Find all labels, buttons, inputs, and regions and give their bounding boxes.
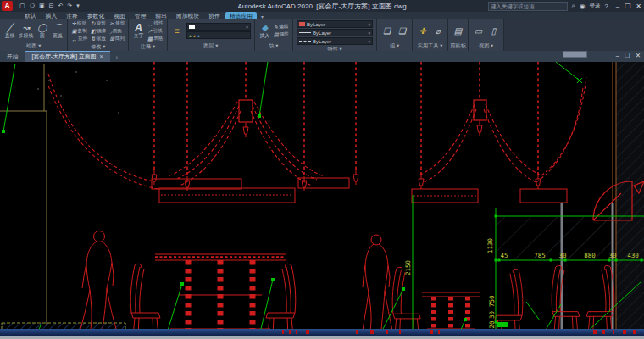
color-dropdown[interactable]: ByLayer ▾ xyxy=(297,20,373,28)
trim-tool[interactable]: ✂修剪 xyxy=(109,20,125,27)
select-tool[interactable]: ⌀ xyxy=(431,26,444,36)
copy-tool[interactable]: ▣复制 xyxy=(71,28,87,35)
search-icon[interactable]: ⌕ xyxy=(572,2,575,10)
tab-parametric[interactable]: 参数化 xyxy=(83,12,108,19)
lineweight-dropdown[interactable]: ByLayer ▾ xyxy=(297,29,373,36)
qat-more-icon[interactable]: ▾ xyxy=(76,0,80,12)
stretch-tool[interactable]: ↔拉伸 xyxy=(71,36,87,42)
doc-minimize-button[interactable]: – xyxy=(616,52,619,59)
cad-drawing: 45 785 30 880 30 430 1130 2150 750 30 42… xyxy=(0,62,644,339)
tab-output[interactable]: 输出 xyxy=(151,12,171,19)
line-tool[interactable]: ╱ 直线 xyxy=(3,23,16,40)
paste-tool[interactable]: ▤ xyxy=(452,26,464,36)
svg-text:2150: 2150 xyxy=(404,259,412,275)
rotate-tool[interactable]: ↻旋转 xyxy=(91,20,106,27)
undo-icon[interactable]: ↶ xyxy=(58,0,63,12)
tab-annotate[interactable]: 注释 xyxy=(62,12,82,19)
tab-manage[interactable]: 管理 xyxy=(130,12,151,19)
group-tool[interactable]: ❏ xyxy=(380,26,393,36)
tab-insert[interactable]: 插入 xyxy=(42,12,62,19)
ribbon-display-toggle-icon[interactable]: ▾ xyxy=(258,14,267,19)
chevron-down-icon: ▾ xyxy=(246,25,248,30)
panel-label-groups[interactable]: 组 ▾ xyxy=(377,42,412,51)
layer-color-swatch xyxy=(189,25,195,29)
panel-label-draw[interactable]: 绘图 ▾ xyxy=(0,42,67,51)
layer-state-row[interactable]: ● ● ● xyxy=(186,31,251,39)
doc-close-button[interactable]: ✕ xyxy=(636,52,641,59)
linetype-dropdown[interactable]: ByLayer ▾ xyxy=(297,37,373,45)
new-icon[interactable]: ▢ xyxy=(19,0,25,12)
doc-restore-button[interactable]: ❐ xyxy=(625,52,630,59)
tab-collaborate[interactable]: 协作 xyxy=(204,12,225,19)
docked-palette-titlebar[interactable] xyxy=(563,51,587,58)
panel-label-block[interactable]: 块 ▾ xyxy=(255,42,292,51)
minimize-button[interactable]: – xyxy=(616,3,619,10)
open-icon[interactable]: ❍ xyxy=(30,0,35,12)
plot-icon[interactable]: ⊟ xyxy=(49,0,54,12)
block-attr-tool[interactable]: ▤属性 xyxy=(274,31,289,38)
table-tool[interactable]: ▦表格 xyxy=(147,36,164,42)
dim-linear-icon: ↔ xyxy=(147,21,153,27)
polyline-tool[interactable]: ↝ 多段线 xyxy=(19,23,33,40)
block-icon: ◆ xyxy=(261,23,268,32)
new-drawing-tab-button[interactable]: + xyxy=(110,54,125,62)
mirror-icon: ◧ xyxy=(91,28,96,35)
named-views-icon: ▯ xyxy=(491,26,497,36)
app-logo[interactable]: A xyxy=(2,1,13,11)
ungroup-tool[interactable]: ❏ xyxy=(396,26,408,36)
svg-text:785: 785 xyxy=(534,252,546,259)
panel-label-utilities[interactable]: 实用工具 ▾ xyxy=(413,42,447,51)
fillet-tool[interactable]: ◞圆角 xyxy=(109,28,125,35)
start-tab[interactable]: 开始 xyxy=(0,52,25,62)
search-input[interactable] xyxy=(488,2,568,11)
measure-tool[interactable]: ✜ xyxy=(416,26,429,36)
signin-label[interactable]: 登录 xyxy=(590,3,601,10)
svg-text:880: 880 xyxy=(584,252,596,259)
array-tool[interactable]: ⊞阵列 xyxy=(109,36,125,42)
redo-icon[interactable]: ↷ xyxy=(67,0,72,12)
tab-featured-apps[interactable]: 精选应用 xyxy=(225,12,257,19)
tab-default[interactable]: 默认 xyxy=(20,12,41,19)
chevron-down-icon: ▾ xyxy=(369,39,371,44)
lineweight-sample xyxy=(299,32,311,33)
dim-linear-tool[interactable]: ↔线性 xyxy=(147,20,164,27)
avatar-icon[interactable]: ◉ xyxy=(580,3,586,10)
panel-label-view[interactable]: 视图 ▾ xyxy=(469,42,503,51)
named-views-tool[interactable]: ▯ xyxy=(487,26,500,36)
panel-clipboard: ▤ 剪贴板 xyxy=(448,19,469,51)
circle-tool[interactable]: ◯ 圆 xyxy=(36,23,48,40)
file-tab-bar: 开始 [宴会厅-大厅方案] 立面图 × + – ❐ ✕ xyxy=(0,51,644,62)
right-wall-section xyxy=(613,62,644,329)
panel-layers: ≡ ▾ ● ● ● 图层 ▾ xyxy=(168,19,255,51)
move-tool[interactable]: ✛移动 xyxy=(71,20,87,27)
tab-view[interactable]: 视图 xyxy=(109,12,130,19)
ribbon-empty-space xyxy=(504,19,644,51)
viewport-icon: ▭ xyxy=(475,26,482,36)
model-space-viewport[interactable]: 45 785 30 880 30 430 1130 2150 750 30 42… xyxy=(0,62,644,339)
close-drawing-icon[interactable]: × xyxy=(100,53,103,60)
tab-addins[interactable]: 附加模块 xyxy=(172,12,203,19)
text-icon: A xyxy=(135,23,142,32)
quick-access-toolbar: ▢ ❍ ▣ ⊟ ↶ ↷ ▾ xyxy=(19,0,80,12)
leader-tool[interactable]: ↗引线 xyxy=(147,28,164,35)
arc-tool[interactable]: ⌒ 圆弧 xyxy=(51,23,64,40)
panel-label-layers[interactable]: 图层 ▾ xyxy=(168,42,254,51)
panel-modify: ✛移动 ↻旋转 ✂修剪 ▣复制 ◧镜像 ◞圆角 ↔拉伸 ⇅缩放 ⊞阵列 修改 ▾ xyxy=(68,19,129,51)
arc-icon: ⌒ xyxy=(53,23,62,32)
layer-dropdown[interactable]: ▾ xyxy=(186,23,251,31)
panel-annotate: A 文字 ↔线性 ↗引线 ▦表格 注释 ▾ xyxy=(129,19,168,51)
close-button[interactable]: ✕ xyxy=(636,3,641,10)
panel-label-clipboard[interactable]: 剪贴板 xyxy=(448,42,468,51)
mirror-tool[interactable]: ◧镜像 xyxy=(91,28,106,35)
layer-properties-tool[interactable]: ≡ xyxy=(171,26,184,36)
text-tool[interactable]: A 文字 xyxy=(132,23,145,40)
drawing-tab[interactable]: [宴会厅-大厅方案] 立面图 × xyxy=(25,51,110,62)
help-icon[interactable]: ? xyxy=(605,3,608,10)
block-edit-tool[interactable]: ✎编辑 xyxy=(274,24,289,31)
block-edit-icon: ✎ xyxy=(274,24,278,31)
save-icon[interactable]: ▣ xyxy=(39,0,45,12)
scale-tool[interactable]: ⇅缩放 xyxy=(91,36,106,42)
restore-button[interactable]: ❐ xyxy=(625,3,630,10)
insert-block-tool[interactable]: ◆ 插入 xyxy=(258,23,271,40)
viewport-config-tool[interactable]: ▭ xyxy=(472,26,485,36)
